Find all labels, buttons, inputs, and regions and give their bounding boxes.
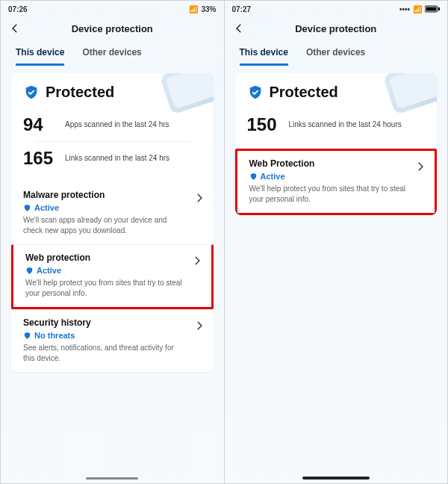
tab-other-devices[interactable]: Other devices: [82, 43, 141, 66]
page-title: Device protection: [8, 23, 217, 34]
stats: 150 Links scanned in the last 24 hours: [235, 108, 438, 149]
statusbar: 07:26 📶 33%: [1, 1, 224, 17]
tabs: This device Other devices: [1, 43, 224, 66]
phone-left: 07:26 📶 33% Device protection This devic…: [1, 1, 224, 483]
status-time: 07:26: [8, 5, 28, 13]
history-status: No threats: [23, 331, 202, 340]
web-status-text: Active: [261, 172, 285, 181]
battery-icon: [425, 5, 440, 13]
web-status: Active: [249, 172, 423, 181]
malware-status: Active: [23, 203, 202, 212]
svg-rect-2: [438, 7, 440, 10]
shield-icon: [23, 204, 31, 212]
links-count: 165: [23, 148, 57, 169]
shield-icon: [25, 267, 34, 275]
shield-icon: [249, 173, 258, 181]
history-desc: See alerts, notifications, and threat ac…: [23, 343, 187, 363]
web-title: Web protection: [25, 252, 199, 263]
tab-other-devices[interactable]: Other devices: [306, 43, 365, 66]
links-text: Links scanned in the last 24 hours: [289, 120, 402, 130]
links-count: 150: [247, 114, 281, 135]
shield-icon: [23, 332, 31, 340]
tab-this-device[interactable]: This device: [240, 43, 288, 66]
statusbar: 07:27 •••• 📶: [225, 1, 448, 17]
links-text: Links scanned in the last 24 hrs: [65, 154, 169, 164]
malware-desc: We'll scan apps already on your device a…: [23, 215, 187, 235]
tabs: This device Other devices: [225, 43, 448, 66]
network-icons: 📶: [189, 5, 198, 13]
signal-icon: ••••: [399, 5, 410, 13]
status-right: •••• 📶: [399, 5, 440, 13]
malware-status-text: Active: [34, 203, 59, 212]
web-status-text: Active: [37, 266, 61, 275]
hero-label: Protected: [270, 84, 338, 101]
stat-links: 165 Links scanned in the last 24 hrs: [23, 143, 202, 173]
page-title: Device protection: [232, 23, 441, 34]
web-desc: We'll help protect you from sites that t…: [249, 184, 414, 204]
history-title: Security history: [23, 317, 202, 328]
web-title: Web Protection: [249, 158, 423, 169]
section-malware[interactable]: Malware protection Active We'll scan app…: [11, 182, 214, 244]
home-indicator: [302, 477, 370, 480]
titlebar: Device protection: [225, 17, 448, 43]
chevron-right-icon: [192, 255, 202, 266]
section-web[interactable]: Web protection Active We'll help protect…: [11, 244, 214, 309]
protection-card: Protected 150 Links scanned in the last …: [235, 73, 438, 215]
status-time: 07:27: [232, 5, 252, 13]
malware-title: Malware protection: [23, 190, 202, 200]
chevron-right-icon: [415, 161, 426, 172]
chevron-right-icon: [194, 320, 205, 331]
stat-apps: 94 Apps scanned in the last 24 hrs: [23, 110, 202, 140]
protection-card: Protected 94 Apps scanned in the last 24…: [11, 73, 214, 372]
chevron-right-icon: [194, 193, 205, 203]
apps-text: Apps scanned in the last 24 hrs: [65, 120, 169, 130]
stats: 94 Apps scanned in the last 24 hrs 165 L…: [11, 108, 214, 182]
apps-count: 94: [23, 114, 57, 135]
shield-check-icon: [247, 84, 264, 101]
titlebar: Device protection: [1, 17, 224, 43]
wifi-icon: 📶: [413, 5, 422, 13]
section-web[interactable]: Web Protection Active We'll help protect…: [235, 149, 438, 215]
tab-this-device[interactable]: This device: [16, 43, 64, 66]
shield-check-icon: [23, 84, 40, 101]
hero-label: Protected: [46, 84, 114, 101]
battery-text: 33%: [201, 5, 216, 13]
web-desc: We'll help protect you from sites that t…: [25, 278, 190, 298]
stat-links: 150 Links scanned in the last 24 hours: [247, 110, 426, 140]
section-history[interactable]: Security history No threats See alerts, …: [11, 309, 214, 372]
phone-right: 07:27 •••• 📶 Device protection This devi…: [224, 1, 448, 483]
status-right: 📶 33%: [189, 5, 216, 13]
divider: [35, 141, 190, 142]
history-status-text: No threats: [34, 331, 75, 340]
svg-rect-1: [426, 7, 437, 11]
web-status: Active: [25, 266, 199, 275]
home-indicator: [86, 477, 138, 480]
